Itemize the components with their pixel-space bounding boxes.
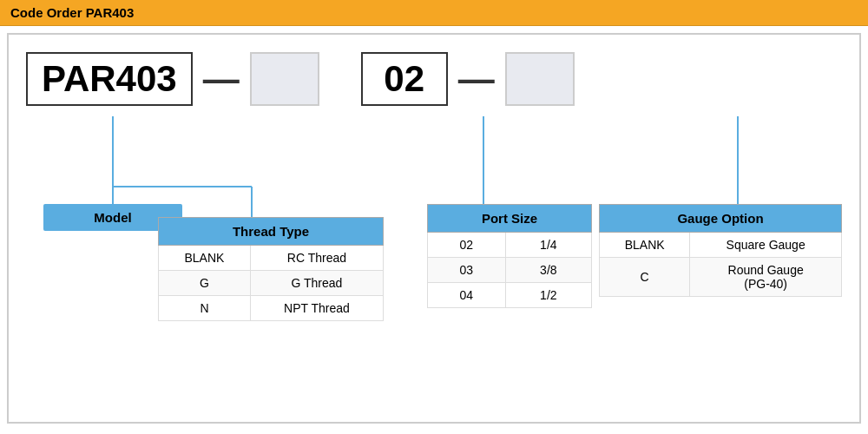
port-code: 04 [428,283,506,308]
gauge-code: C [600,258,690,297]
thread-code: G [159,271,251,296]
port-size-table: Port Size 021/4033/8041/2 [427,204,592,308]
port-code: 03 [428,258,506,283]
port-size-header: Port Size [428,205,592,233]
thread-code: N [159,296,251,321]
table-row: 021/4 [428,233,592,258]
thread-type-table: Thread Type BLANKRC ThreadGG ThreadNNPT … [158,217,384,321]
table-row: NNPT Thread [159,296,384,321]
gauge-placeholder-box [505,52,575,106]
table-row: 033/8 [428,258,592,283]
port-code-box: 02 [361,52,448,106]
gauge-desc: Round Gauge(PG-40) [690,258,842,297]
gauge-option-section: Gauge Option BLANKSquare GaugeCRound Gau… [599,204,842,297]
port-code: 02 [428,233,506,258]
thread-type-header: Thread Type [159,218,384,246]
thread-placeholder-box [250,52,319,106]
header: Code Order PAR403 [0,0,868,26]
port-size-section: Port Size 021/4033/8041/2 [427,204,592,308]
header-title: Code Order PAR403 [10,5,134,20]
port-desc: 3/8 [505,258,591,283]
dash-1: — [193,58,250,100]
port-desc: 1/2 [505,283,591,308]
table-row: GG Thread [159,271,384,296]
thread-type-section: Thread Type BLANKRC ThreadGG ThreadNNPT … [158,217,384,321]
gauge-option-header: Gauge Option [600,205,842,233]
thread-desc: NPT Thread [250,296,383,321]
thread-desc: RC Thread [250,246,383,271]
model-code-box: PAR403 [26,52,193,106]
table-row: CRound Gauge(PG-40) [600,258,842,297]
thread-desc: G Thread [250,271,383,296]
gauge-code: BLANK [600,233,690,258]
code-row: PAR403 — 02 — [26,52,575,106]
gauge-desc: Square Gauge [690,233,842,258]
table-row: BLANKRC Thread [159,246,384,271]
dash-2: — [448,58,505,100]
gauge-option-table: Gauge Option BLANKSquare GaugeCRound Gau… [599,204,842,297]
port-desc: 1/4 [505,233,591,258]
table-row: 041/2 [428,283,592,308]
thread-code: BLANK [159,246,251,271]
table-row: BLANKSquare Gauge [600,233,842,258]
